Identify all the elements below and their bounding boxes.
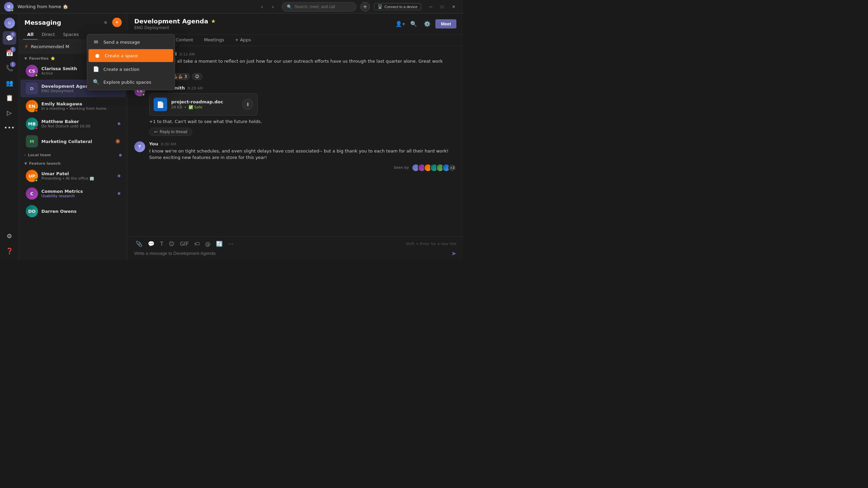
minimize-button[interactable]: ─ [425,2,436,12]
more-options-icon[interactable]: ⋯ [227,240,235,248]
sidebar-item-deploy[interactable]: ▷ [3,106,16,119]
message-content: Umar Patel 8:12 AM k we should all take … [149,52,456,80]
convo-right [118,192,120,195]
messaging-title: Messaging [24,19,61,26]
sender-name: You [149,141,158,146]
connect-device-button[interactable]: 🖥️ Connect to a device [374,3,421,10]
create-section-icon: 📄 [93,66,99,72]
dropdown-create-section[interactable]: 📄 Create a section [87,63,175,76]
sidebar-item-people[interactable]: 👥 [3,76,16,89]
search-bar[interactable]: 🔍 [282,2,356,12]
add-member-button[interactable]: 👤+ [395,19,406,29]
rail-avatar[interactable]: U [3,16,16,30]
message-text: +1 to that. Can't wait to see what the f… [149,118,456,125]
user-avatar[interactable]: U [4,2,14,12]
avatar-status-dot [11,9,14,12]
message-avatar: Y [134,141,145,152]
convo-avatar: M [26,135,38,147]
back-button[interactable]: ‹ [257,2,267,12]
tab-spaces[interactable]: Spaces [59,30,83,40]
monitor-icon: 🖥️ [378,4,382,9]
convo-name: Marketing Collateral [41,139,112,144]
settings-icon: ⚙️ [6,232,12,240]
sidebar-item-calls[interactable]: 📞 1 [3,61,16,75]
unread-dot [118,122,120,125]
tab-all[interactable]: All [23,30,38,40]
download-button[interactable]: ⬇ [242,99,253,110]
search-chat-button[interactable]: 🔍 [408,19,419,29]
loop-icon[interactable]: 🔄 [215,240,224,248]
shift-hint: Shift + Enter for a new line [406,242,456,246]
message-header: Umar Patel 8:12 AM [149,52,456,57]
message-text: k we should all take a moment to reflect… [149,58,456,71]
close-button[interactable]: ✕ [448,2,459,12]
sidebar-item-tasks[interactable]: 📋 [3,91,16,104]
new-message-button[interactable]: + [112,18,122,27]
sidebar-item-help[interactable]: ❓ [3,244,16,258]
emoji-icon[interactable]: 😊 [167,240,176,248]
sidebar-item-settings[interactable]: ⚙️ [3,229,16,243]
list-item[interactable]: M Marketing Collateral 🔕 [20,133,126,150]
messaging-panel: Messaging ≡ + All Direct Spaces ⚡ Recomm… [19,14,127,260]
unread-dot [118,175,120,177]
settings-chat-button[interactable]: ⚙️ [422,19,433,29]
messaging-actions: ≡ + [101,18,122,27]
feature-launch-label: Feature launch [29,161,61,166]
dropdown-send-message[interactable]: ✉️ Send a message [87,36,175,48]
convo-avatar: DO [26,205,38,217]
convo-right [118,175,120,177]
attach-icon[interactable]: 📎 [134,240,144,248]
feature-launch-section[interactable]: ▼ Feature launch [19,159,127,167]
message-content: Clarissa Smith 8:28 AM 📄 project-roadmap… [149,85,456,136]
dropdown-create-space[interactable]: ● Create a space [88,49,173,62]
sidebar-item-chat[interactable]: 💬 5 [3,31,16,45]
chat-tab-meetings[interactable]: Meetings [199,35,230,46]
local-team-section[interactable]: › Local team [19,150,127,159]
reply-to-thread-button[interactable]: ↩ Reply to thread [149,128,192,136]
feature-launch-chevron: ▼ [24,162,27,165]
chat-tabs: People (30) Content Meetings + Apps [127,35,463,46]
list-item[interactable]: UP Umar Patel Presenting • At the office… [20,167,126,185]
list-item[interactable]: EN Emily Nakagawa In a meeting • Working… [20,97,126,115]
dropdown-explore-spaces[interactable]: 🔍 Explore public spaces [87,76,175,88]
gif-icon[interactable]: GIF [178,240,190,248]
tab-direct[interactable]: Direct [38,30,59,40]
mute-icon: 🔕 [115,139,120,144]
reaction-smile[interactable]: 😊 [192,73,202,80]
chat-badge: 5 [10,32,16,37]
seen-more-count: +2 [448,164,456,172]
search-icon: 🔍 [287,4,292,9]
filter-button[interactable]: ≡ [101,18,110,27]
convo-name: Darren Owens [41,209,120,214]
format-icon[interactable]: T [159,240,165,248]
list-item[interactable]: MB Matthew Baker Do Not Disturb until 16… [20,115,126,133]
file-card: 📄 project-roadmap.doc 24 KB • ✅ Safe [149,93,258,116]
sidebar-item-calendar[interactable]: 📅 1 [3,46,16,60]
list-item[interactable]: C Common Metrics Usability research [20,185,126,202]
forward-button[interactable]: › [268,2,278,12]
convo-info: Common Metrics Usability research [41,189,114,198]
app-body: U 💬 5 📅 1 📞 1 👥 📋 ▷ ••• ⚙️ [0,14,463,260]
local-team-chevron: › [24,153,26,157]
mention-icon[interactable]: @ [204,240,212,248]
sticker-icon[interactable]: 🏷 [193,240,201,248]
chat-title-row: Development Agenda ★ [134,18,216,25]
calendar-badge: 1 [10,47,16,52]
chat-header: Development Agenda ★ ENG Deployment 👤+ 🔍… [127,14,463,35]
message-time: 8:30 AM [161,142,176,146]
seen-row: Seen by +2 [149,164,456,172]
add-button[interactable]: + [360,2,370,12]
convo-info: Umar Patel Presenting • At the office 🏢 [41,171,114,181]
compose-input[interactable] [134,251,449,256]
chat-tab-add-apps[interactable]: + Apps [230,35,256,46]
sidebar-item-more[interactable]: ••• [3,121,16,134]
list-item[interactable]: DO Darren Owens [20,202,126,220]
thread-icon[interactable]: 💬 [146,240,156,248]
search-input[interactable] [295,4,351,9]
maximize-button[interactable]: □ [437,2,448,12]
chat-area: Development Agenda ★ ENG Deployment 👤+ 🔍… [127,14,463,260]
file-icon: 📄 [154,98,167,111]
send-button[interactable]: ➤ [451,250,456,257]
meet-button[interactable]: Meet [435,19,456,28]
message-time: 8:12 AM [179,52,195,57]
